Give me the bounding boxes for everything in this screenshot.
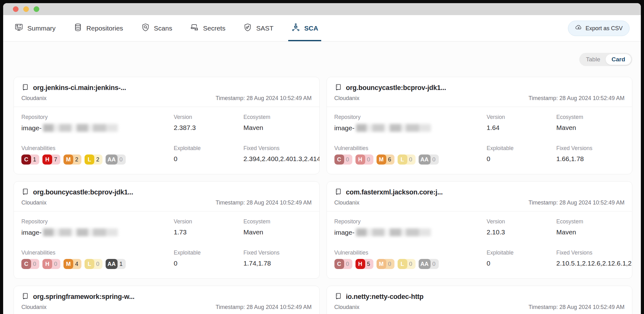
severity-badge-c: C1 xyxy=(21,154,39,165)
vulnerabilities-field-label: Vulnerabilities xyxy=(21,250,174,256)
card-header: org.jenkins-ci.main:jenkins-...Cloudanix… xyxy=(14,77,319,107)
severity-letter: H xyxy=(355,154,365,165)
tab-summary[interactable]: Summary xyxy=(14,15,56,41)
sca-card: com.fasterxml.jackson.core:j...Cloudanix… xyxy=(327,181,633,279)
card-meta-row: CloudanixTimestamp: 28 Aug 2024 10:52:49… xyxy=(21,199,312,206)
redacted-repository-name xyxy=(356,124,431,132)
version-field: Version2.10.3 xyxy=(487,218,556,236)
fixed-versions-value: 2.394,2.400,2.401.3,2.414.1 xyxy=(243,155,311,163)
repository-prefix: image- xyxy=(334,124,355,132)
vulnerabilities-field: VulnerabilitiesC0H5M0L0AA0 xyxy=(334,250,487,269)
sca-card: org.bouncycastle:bcprov-jdk1...Cloudanix… xyxy=(327,77,633,174)
repository-field-label: Repository xyxy=(21,218,174,225)
tab-secrets[interactable]: Secrets xyxy=(190,15,225,41)
tab-sast[interactable]: SAST xyxy=(243,15,273,41)
zoom-window-button[interactable] xyxy=(34,6,39,12)
repository-value: image- xyxy=(21,228,174,236)
package-title: org.bouncycastle:bcprov-jdk1... xyxy=(33,188,133,196)
severity-badge-aa: AA0 xyxy=(419,259,439,269)
toggle-option-table[interactable]: Table xyxy=(581,54,605,65)
timestamp-label: Timestamp: 28 Aug 2024 10:52:49 AM xyxy=(528,95,625,102)
database-icon xyxy=(74,23,82,33)
card-header: org.bouncycastle:bcprov-jdk1...Cloudanix… xyxy=(327,77,632,107)
close-window-button[interactable] xyxy=(13,6,19,12)
toggle-option-card[interactable]: Card xyxy=(606,54,631,65)
cloud-download-icon xyxy=(575,24,582,33)
redacted-repository-name xyxy=(356,228,431,236)
timestamp-label: Timestamp: 28 Aug 2024 10:52:49 AM xyxy=(216,304,312,311)
card-body: Repositoryimage-Version2.10.3EcosystemMa… xyxy=(327,211,632,276)
fixed-versions-value: 2.10.5.1,2.12.6,2.12.6.1,2.12.7.1 xyxy=(556,260,625,267)
tab-scans[interactable]: Scans xyxy=(141,15,172,41)
repository-value: image- xyxy=(334,228,487,236)
app-window: Summary Repositories Scans Secrets SAST … xyxy=(3,3,641,314)
severity-letter: M xyxy=(377,259,386,269)
card-header: com.fasterxml.jackson.core:j...Cloudanix… xyxy=(327,182,632,211)
fixed-versions-field-label: Fixed Versions xyxy=(243,145,311,152)
severity-badge-aa: AA0 xyxy=(419,154,439,165)
severity-letter: C xyxy=(21,259,31,269)
table-card-toggle: Table Card xyxy=(579,53,632,66)
version-field-label: Version xyxy=(174,114,244,121)
package-book-icon xyxy=(334,292,342,301)
tab-label: Scans xyxy=(154,25,172,32)
fixed-versions-field-label: Fixed Versions xyxy=(556,250,625,256)
severity-letter: H xyxy=(42,259,52,269)
exploitable-field-label: Exploitable xyxy=(174,145,244,152)
card-meta-row: CloudanixTimestamp: 28 Aug 2024 10:52:49… xyxy=(21,304,312,311)
ecosystem-field-label: Ecosystem xyxy=(243,218,311,225)
ecosystem-value: Maven xyxy=(243,228,311,236)
ecosystem-value: Maven xyxy=(243,124,311,132)
card-meta-row: CloudanixTimestamp: 28 Aug 2024 10:52:49… xyxy=(334,95,625,102)
laptop-bug-icon xyxy=(190,23,199,33)
exploitable-field: Exploitable0 xyxy=(487,145,556,165)
vendor-label: Cloudanix xyxy=(21,199,47,206)
shield-search-icon xyxy=(141,23,150,33)
card-body: Repositoryimage-Version2.387.3EcosystemM… xyxy=(14,107,319,171)
severity-badge-h: H5 xyxy=(355,259,373,269)
sca-card: org.springframework:spring-w...Cloudanix… xyxy=(14,286,320,314)
severity-letter: H xyxy=(42,154,52,165)
dashboard-icon xyxy=(14,23,23,33)
vulnerabilities-field: VulnerabilitiesC0H0M6L0AA0 xyxy=(334,145,487,165)
ecosystem-field: EcosystemMaven xyxy=(243,218,311,236)
exploitable-value: 0 xyxy=(174,155,244,163)
tab-label: Repositories xyxy=(86,25,123,32)
repository-field: Repositoryimage- xyxy=(334,114,487,132)
repository-field: Repositoryimage- xyxy=(21,114,174,132)
severity-badge-m: M0 xyxy=(377,259,394,269)
card-header: org.bouncycastle:bcprov-jdk1...Cloudanix… xyxy=(14,182,319,211)
repository-value: image- xyxy=(21,124,174,132)
version-value: 1.73 xyxy=(174,228,244,236)
severity-badge-m: M6 xyxy=(377,154,394,165)
card-header: io.netty:netty-codec-httpCloudanixTimest… xyxy=(327,286,632,314)
tab-sca[interactable]: SCA xyxy=(291,15,318,41)
export-csv-button[interactable]: Export as CSV xyxy=(568,20,630,36)
exploitable-value: 0 xyxy=(487,155,556,163)
timestamp-label: Timestamp: 28 Aug 2024 10:52:49 AM xyxy=(528,199,625,206)
sca-cards-grid: org.jenkins-ci.main:jenkins-...Cloudanix… xyxy=(14,77,632,314)
timestamp-label: Timestamp: 28 Aug 2024 10:52:49 AM xyxy=(216,199,312,206)
severity-letter: M xyxy=(63,154,73,165)
card-title-row: io.netty:netty-codec-http xyxy=(334,292,625,301)
severity-letter: AA xyxy=(106,259,118,269)
exploitable-field: Exploitable0 xyxy=(174,145,244,165)
vendor-label: Cloudanix xyxy=(334,95,360,102)
exploitable-value: 0 xyxy=(174,260,244,267)
minimize-window-button[interactable] xyxy=(23,6,29,12)
sca-content: Table Card org.jenkins-ci.main:jenkins-.… xyxy=(3,42,641,314)
severity-letter: M xyxy=(63,259,73,269)
severity-badges: C1H7M2L2AA0 xyxy=(21,154,174,165)
severity-letter: AA xyxy=(419,259,431,269)
sca-card: org.jenkins-ci.main:jenkins-...Cloudanix… xyxy=(14,77,320,174)
card-meta-row: CloudanixTimestamp: 28 Aug 2024 10:52:49… xyxy=(21,95,312,102)
tab-label: SCA xyxy=(304,25,318,32)
tab-repositories[interactable]: Repositories xyxy=(74,15,123,41)
severity-badge-m: M4 xyxy=(63,259,81,269)
severity-badge-h: H7 xyxy=(42,154,60,165)
version-field-label: Version xyxy=(487,114,556,121)
severity-letter: L xyxy=(398,154,407,165)
package-book-icon xyxy=(21,292,29,301)
severity-badge-aa: AA1 xyxy=(106,259,126,269)
exploitable-field-label: Exploitable xyxy=(174,250,244,256)
